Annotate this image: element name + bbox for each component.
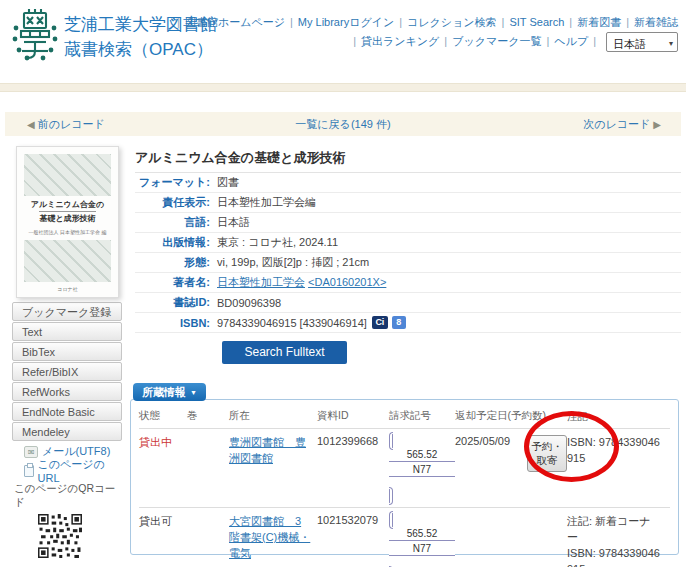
cover-byline: 一般社団法人 日本塑性加工学会 編 (17, 229, 118, 235)
nav-library-home[interactable]: 図書館ホームページ (185, 16, 285, 28)
holdings-row-2: 貸出可 大宮図書館 3階書架(C)機械・電気 1021532079 565.52… (139, 508, 670, 567)
nav-new-journals[interactable]: 新着雑誌 (634, 16, 678, 28)
col-due-date: 返却予定日(予約数) (455, 409, 567, 424)
call-number-empty-cell (389, 477, 455, 490)
due-date-cell: 2025/05/09 (455, 435, 510, 447)
status-badge: 貸出可 (139, 514, 187, 567)
language-select[interactable]: 日本語▾ (606, 32, 678, 52)
export-mendeley-button[interactable]: Mendeley (12, 422, 122, 441)
material-id-cell: 1012399668 (317, 435, 389, 502)
university-logo-icon (11, 8, 59, 62)
detail-row-isbn: ISBN: 9784339046915 [4339046914] Ci 8 (135, 313, 681, 333)
export-refworks-button[interactable]: RefWorks (12, 382, 122, 401)
export-endnote-button[interactable]: EndNote Basic (12, 402, 122, 421)
nav-sit-search[interactable]: SIT Search (509, 16, 564, 28)
nav-collection-search[interactable]: コレクション検索 (407, 16, 497, 28)
record-navigation-bar: ◀ 前のレコード 一覧に戻る(149 件) 次のレコード ▶ (5, 112, 681, 136)
holdings-header-row: 状態 巻 所在 資料ID 請求記号 返却予定日(予約数) 注記 (139, 400, 670, 429)
nav-help[interactable]: ヘルプ (554, 35, 588, 47)
holdings-row-1: 貸出中 豊洲図書館 豊洲図書館 1012399668 565.52 N77 20… (139, 429, 670, 508)
book-cover-image: アルミニウム合金の 基礎と成形技術 一般社団法人 日本塑性加工学会 編 コロナ社 (16, 146, 119, 298)
book-title: アルミニウム合金の基礎と成形技術 (135, 146, 681, 173)
qr-code-label: このページのQRコード (12, 482, 122, 510)
call-number-label: 565.52 N77 (389, 511, 455, 567)
holdings-section: 所蔵情報▼ 状態 巻 所在 資料ID 請求記号 返却予定日(予約数) 注記 貸出… (130, 383, 679, 555)
volume-cell (187, 514, 229, 567)
detail-row-publication: 出版情報: 東京 : コロナ社, 2024.11 (135, 233, 681, 253)
cover-pattern-bottom (24, 240, 111, 282)
cover-pattern-top (24, 154, 111, 196)
sidebar: アルミニウム合金の 基礎と成形技術 一般社団法人 日本塑性加工学会 編 コロナ社… (12, 146, 122, 562)
detail-row-biblio-id: 書誌ID: BD09096398 (135, 293, 681, 313)
col-volume: 巻 (187, 409, 229, 424)
opac-page: 芝浦工業大学図書館 蔵書検索（OPAC） 図書館ホームページMy Library… (0, 0, 686, 567)
detail-row-format: フォーマット: 図書 (135, 173, 681, 193)
top-nav-row2: 貸出ランキングブックマーク一覧ヘルプ日本語▾ (172, 32, 678, 52)
nav-bookmark-list[interactable]: ブックマーク一覧 (452, 35, 541, 47)
detail-row-author: 著者名: 日本塑性加工学会 <DA0160201X> (135, 273, 681, 293)
nav-loan-ranking[interactable]: 貸出ランキング (361, 35, 439, 47)
next-record-link[interactable]: 次のレコード (583, 118, 650, 130)
export-text-button[interactable]: Text (12, 322, 122, 341)
bookmark-register-button[interactable]: ブックマーク登録 (12, 302, 122, 321)
call-number-label: 565.52 N77 (389, 432, 455, 505)
status-badge: 貸出中 (139, 435, 187, 502)
export-refer-bibix-button[interactable]: Refer/BibIX (12, 362, 122, 381)
location-link-omiya[interactable]: 大宮図書館 3階書架(C)機械・電気 (229, 515, 310, 559)
note-cell: ISBN: 9784339046915 (567, 435, 661, 502)
top-nav-row1: 図書館ホームページMy Libraryログインコレクション検索SIT Searc… (172, 13, 678, 32)
call-number-empty-cell (389, 556, 455, 567)
col-call-number: 請求記号 (389, 409, 455, 424)
qr-code-image (38, 514, 122, 562)
clipboard-icon (24, 465, 34, 477)
reserve-request-button[interactable]: 予約・取寄 (527, 435, 567, 471)
author-link[interactable]: 日本塑性加工学会 (217, 276, 305, 288)
location-link-toyosu[interactable]: 豊洲図書館 豊洲図書館 (229, 436, 306, 464)
detail-row-language: 言語: 日本語 (135, 213, 681, 233)
book-detail-panel: アルミニウム合金の基礎と成形技術 フォーマット: 図書 責任表示: 日本塑性加工… (135, 146, 681, 364)
col-material-id: 資料ID (317, 409, 389, 424)
col-location: 所在 (229, 409, 317, 424)
back-to-list-link[interactable]: 一覧に戻る(149 件) (295, 118, 390, 130)
cinii-books-icon[interactable]: Ci (372, 316, 388, 329)
tab-dropdown-icon: ▼ (190, 389, 197, 396)
next-record-icon: ▶ (653, 119, 661, 130)
material-id-cell: 1021532079 (317, 514, 389, 567)
top-navigation: 図書館ホームページMy Libraryログインコレクション検索SIT Searc… (172, 13, 678, 52)
page-url-link[interactable]: このページのURL (12, 461, 122, 480)
detail-row-responsibility: 責任表示: 日本塑性加工学会編 (135, 193, 681, 213)
nav-mylibrary-login[interactable]: My Libraryログイン (298, 16, 394, 28)
volume-cell (187, 435, 229, 502)
nav-new-books[interactable]: 新着図書 (577, 16, 621, 28)
header-divider-band (0, 83, 686, 92)
note-cell: 注記: 新着コーナー ISBN: 9784339046915 (567, 514, 661, 567)
search-fulltext-button[interactable]: Search Fulltext (222, 341, 347, 364)
cover-publisher: コロナ社 (17, 286, 118, 292)
google-books-icon[interactable]: 8 (392, 316, 406, 329)
col-note: 注記 (567, 409, 661, 424)
export-bibtex-button[interactable]: BibTex (12, 342, 122, 361)
mail-icon: ✉ (24, 446, 38, 458)
due-date-cell (455, 514, 567, 567)
author-id-link[interactable]: <DA0160201X> (308, 276, 386, 288)
detail-row-description: 形態: vi, 199p, 図版[2]p : 挿図 ; 21cm (135, 253, 681, 273)
holdings-table: 状態 巻 所在 資料ID 請求記号 返却予定日(予約数) 注記 貸出中 豊洲図書… (130, 399, 679, 555)
cover-title: アルミニウム合金の 基礎と成形技術 (17, 199, 118, 225)
col-status: 状態 (139, 409, 187, 424)
select-arrow-icon: ▾ (669, 37, 673, 51)
holdings-tab[interactable]: 所蔵情報▼ (133, 383, 206, 401)
